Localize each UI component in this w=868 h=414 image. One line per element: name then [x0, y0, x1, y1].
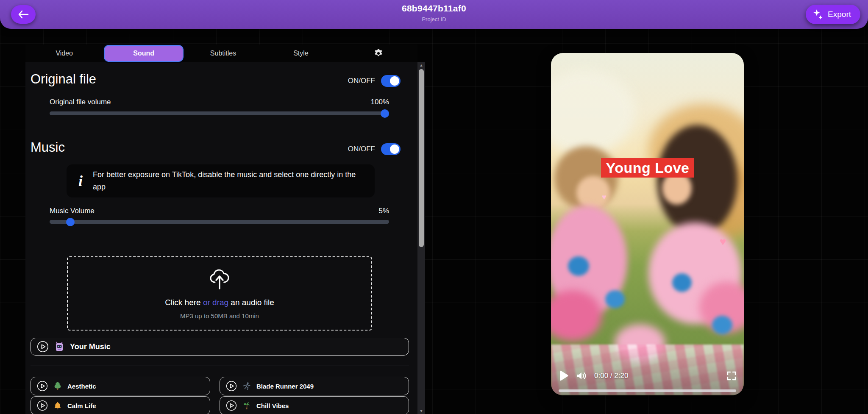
scroll-down-arrow[interactable]: ▼ [417, 408, 425, 414]
bell-emoji-icon [54, 401, 61, 410]
play-circle-icon[interactable] [226, 381, 237, 392]
your-music-row[interactable]: Your Music [31, 338, 409, 356]
tiktok-info-text: For better exposure on TikTok, disable t… [93, 169, 363, 193]
library-divider [31, 366, 409, 366]
music-item-aesthetic[interactable]: Aesthetic [31, 377, 210, 395]
scroll-up-arrow[interactable]: ▲ [417, 62, 425, 68]
play-button-icon[interactable] [559, 370, 569, 381]
play-circle-icon[interactable] [37, 400, 48, 411]
toggle-knob [390, 144, 399, 154]
cloud-upload-icon [208, 267, 231, 292]
app-root: 68b9447b11af0 Project ID Export Video So… [0, 0, 868, 414]
tab-settings[interactable] [340, 44, 417, 62]
upload-instruction: Click here or drag an audio file [165, 298, 274, 307]
original-volume-slider-thumb[interactable] [381, 109, 389, 118]
tab-style[interactable]: Style [262, 44, 339, 62]
scrollbar-thumb[interactable] [419, 69, 424, 247]
your-music-label: Your Music [70, 342, 111, 351]
tab-video-label: Video [56, 50, 73, 57]
music-volume-value: 5% [378, 207, 389, 215]
robot-emoji-icon [55, 342, 64, 352]
music-item-label: Blade Runner 2049 [256, 383, 314, 390]
blue-bird [712, 316, 732, 334]
original-volume-label: Original file volume [50, 98, 111, 106]
upload-text-start: Click here [165, 298, 203, 307]
tab-sound[interactable]: Sound [104, 45, 183, 62]
volume-icon[interactable] [576, 371, 587, 381]
music-toggle[interactable] [381, 143, 401, 155]
music-toggle-label: ON/OFF [348, 145, 375, 153]
project-id-subtitle: Project ID [0, 16, 868, 22]
project-id-title: 68b9447b11af0 [0, 3, 868, 14]
export-button-label: Export [828, 10, 851, 19]
upload-text-accent: or drag [203, 298, 228, 307]
original-file-heading: Original file [31, 72, 96, 87]
music-item-label: Aesthetic [67, 383, 96, 390]
panel-scrollbar[interactable]: ▲ ▼ [417, 62, 425, 414]
export-button[interactable]: Export [806, 5, 860, 24]
sound-settings-panel: Original file ON/OFF Original file volum… [25, 62, 417, 414]
upload-text-end: an audio file [228, 298, 274, 307]
music-item-blade-runner[interactable]: Blade Runner 2049 [220, 377, 409, 395]
editor-tabbar: Video Sound Subtitles Style [25, 44, 417, 62]
music-item-calm-life[interactable]: Calm Life [31, 396, 210, 414]
original-volume-value: 100% [371, 98, 389, 106]
runner-emoji-icon [243, 382, 250, 390]
heart-decoration: ♥ [720, 235, 726, 248]
tab-video[interactable]: Video [25, 44, 103, 62]
player-controls: 0:00 / 2:20 [551, 367, 744, 385]
tree-emoji-icon [54, 382, 61, 390]
audio-upload-dropzone[interactable]: Click here or drag an audio file MP3 up … [67, 256, 372, 331]
music-item-label: Calm Life [67, 402, 96, 409]
play-circle-icon[interactable] [37, 381, 48, 392]
music-item-chill-vibes[interactable]: Chill Vibes [220, 396, 409, 414]
fullscreen-icon[interactable] [727, 371, 736, 381]
tab-subtitles-label: Subtitles [210, 50, 236, 57]
original-file-toggle-label: ON/OFF [348, 77, 375, 85]
progress-bar[interactable] [559, 389, 736, 392]
blue-bird [605, 290, 625, 308]
blue-bird [672, 273, 692, 292]
sky-glow [551, 70, 636, 155]
blue-bird [568, 256, 589, 276]
tab-subtitles[interactable]: Subtitles [184, 44, 262, 62]
gear-icon [374, 49, 383, 58]
music-volume-slider[interactable] [50, 220, 389, 224]
music-volume-label: Music Volume [50, 207, 95, 215]
toggle-knob [390, 76, 399, 86]
original-volume-slider[interactable] [50, 111, 389, 115]
tab-sound-label: Sound [133, 50, 154, 57]
time-display: 0:00 / 2:20 [594, 372, 628, 380]
sparkles-icon [812, 8, 823, 20]
info-icon: i [78, 173, 83, 189]
music-volume-slider-thumb[interactable] [66, 218, 75, 226]
upload-constraints: MP3 up to 50MB and 10min [180, 312, 259, 320]
music-heading: Music [31, 140, 65, 155]
top-bar: 68b9447b11af0 Project ID Export [0, 0, 868, 29]
video-title-overlay: Young Love [601, 158, 694, 178]
tab-style-label: Style [293, 50, 309, 57]
music-item-label: Chill Vibes [256, 402, 289, 409]
play-circle-icon[interactable] [37, 341, 49, 353]
palm-tree-emoji-icon [243, 401, 250, 410]
play-circle-icon[interactable] [226, 400, 237, 411]
heart-decoration: ♥ [602, 193, 606, 202]
video-preview[interactable]: ♥ ♥ Young Love 0:00 / 2:20 [551, 53, 744, 395]
tiktok-info-box: i For better exposure on TikTok, disable… [67, 164, 375, 197]
original-file-toggle[interactable] [381, 75, 401, 87]
